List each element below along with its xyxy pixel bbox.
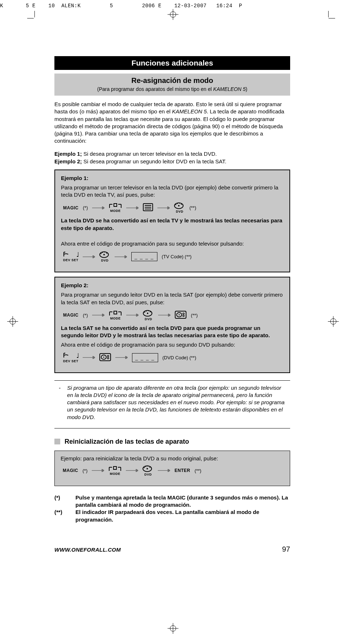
subsection-para: (Para programar dos aparatos del mismo t…	[59, 86, 285, 92]
svg-point-43	[147, 313, 148, 314]
svg-point-27	[181, 204, 182, 205]
reinit-text: Ejemplo: para reinicializar la tecla DVD…	[61, 455, 284, 461]
svg-point-35	[106, 253, 107, 254]
arrow-icon	[115, 356, 128, 359]
svg-marker-13	[102, 206, 104, 209]
svg-point-59	[103, 356, 104, 357]
example-result: La tecla SAT se ha convertido así en tec…	[61, 325, 284, 339]
reinit-box: Ejemplo: para reinicializar la tecla DVD…	[54, 451, 290, 486]
svg-point-32	[101, 253, 102, 254]
svg-marker-37	[125, 255, 127, 258]
mode-label: MODE	[110, 472, 120, 476]
devset-label: DEV SET	[63, 258, 78, 262]
dvd-label: DVD	[101, 259, 109, 262]
example-text: Ahora entre el código de programación pa…	[61, 341, 284, 348]
text: (Para programar dos aparatos del mismo t…	[97, 86, 213, 92]
arrow-icon	[126, 206, 139, 209]
svg-point-31	[103, 254, 105, 255]
svg-point-53	[183, 313, 184, 314]
arrow-icon	[158, 314, 170, 317]
example-result: La tecla DVD se ha convertido así en tec…	[61, 217, 284, 232]
code-hint: (TV Code) (**)	[162, 254, 191, 259]
svg-point-52	[179, 314, 180, 315]
note-text: Si programa un tipo de aparato diferente…	[67, 384, 286, 421]
key-sequence: DEV SET DVD _ _ _ _ (TV Code) (**)	[63, 251, 284, 262]
square-bullet-icon	[54, 439, 60, 444]
svg-point-44	[144, 311, 145, 313]
example-text: Para programar un tercer televisor en la…	[61, 184, 284, 199]
magic-label: MAGIC	[63, 313, 79, 318]
example-title: Ejemplo 1:	[61, 175, 88, 181]
registration-mark-icon	[7, 316, 18, 328]
dvd-label: DVD	[176, 210, 184, 213]
svg-marker-75	[168, 469, 170, 472]
dvd-icon: DVD	[143, 310, 154, 321]
key-sequence: MAGIC (*) MODE DVD ENTER (**)	[63, 465, 284, 476]
note-block: - Si programa un tipo de aparato diferen…	[54, 384, 290, 421]
code-hint: (DVD Code) (**)	[162, 355, 196, 360]
key-sequence: DEV SET _ _ _ _ (DVD Code) (**)	[63, 352, 284, 363]
svg-point-61	[107, 357, 109, 359]
footnote-symbol: (**)	[54, 509, 69, 523]
arrow-icon	[126, 314, 139, 317]
footnote-marker: (**)	[194, 468, 201, 473]
mode-label: MODE	[110, 317, 121, 320]
separator	[54, 380, 290, 381]
body-paragraph: Es posible cambiar el modo de cualquier …	[54, 101, 290, 145]
svg-point-47	[150, 311, 151, 312]
code-entry-box: _ _ _ _	[131, 252, 157, 261]
arrow-icon	[92, 206, 104, 209]
text-bold: Ejemplo 1;	[54, 151, 82, 157]
arrow-icon	[83, 356, 95, 359]
sat-icon	[99, 353, 111, 362]
footnotes: (*) Pulse y mantenga apretada la tecla M…	[54, 494, 290, 523]
arrow-icon	[83, 255, 95, 258]
text-italic: KAMELEON 5	[172, 108, 207, 114]
bullet-dash: -	[59, 384, 61, 421]
svg-point-69	[147, 468, 148, 469]
footer-url: WWW.ONEFORALL.COM	[54, 547, 121, 553]
subsection-banner: Re-asignación de modo (Para programar do…	[54, 74, 290, 96]
code-entry-box: _ _ _ _	[132, 353, 158, 362]
footnote-marker: (*)	[83, 468, 88, 473]
example-text: Para programar un segundo leitor DVD en …	[61, 291, 284, 306]
section-title: Reinicialización de las teclas de aparat…	[65, 438, 189, 446]
example-title: Ejemplo 2:	[61, 282, 88, 288]
svg-marker-29	[93, 255, 95, 258]
page-number: 97	[282, 545, 290, 553]
key-sequence: MAGIC (*) MODE DVD (**)	[63, 202, 284, 213]
footnote-marker: (*)	[83, 205, 88, 210]
section-banner: Funciones adicionales	[54, 56, 290, 70]
mode-icon: MODE	[109, 203, 122, 213]
svg-marker-39	[102, 314, 104, 317]
registration-mark-icon	[168, 623, 178, 635]
svg-point-54	[183, 315, 184, 317]
footnote-text: Pulse y mantenga apretada la tecla MAGIC…	[75, 494, 290, 509]
svg-point-26	[179, 203, 180, 204]
mode-icon: MODE	[108, 466, 121, 476]
menu-icon	[143, 203, 153, 212]
text: )	[246, 86, 247, 92]
svg-point-71	[145, 466, 147, 467]
arrow-icon	[92, 469, 104, 472]
registration-mark-icon	[328, 316, 339, 328]
svg-marker-56	[93, 356, 95, 359]
devset-icon: DEV SET	[63, 352, 78, 363]
svg-point-70	[144, 467, 145, 468]
sat-icon	[175, 311, 186, 320]
key-sequence: MAGIC (*) MODE DVD (**)	[63, 310, 284, 321]
print-header-meta: K 5 E 10 ALEN:K 5 2006 E 12-03-2007 16:2…	[0, 3, 346, 9]
page-footer: WWW.ONEFORALL.COM 97	[54, 545, 290, 553]
arrow-icon	[157, 206, 170, 209]
svg-point-25	[177, 203, 178, 204]
separator	[54, 428, 290, 428]
svg-point-34	[104, 252, 106, 253]
subsection-title: Re-asignación de modo	[59, 76, 285, 85]
svg-marker-67	[136, 469, 138, 472]
example-text: Ahora entre el código de programación pa…	[61, 240, 284, 247]
svg-point-23	[178, 205, 180, 206]
text-italic: KAMELEON 5	[213, 86, 246, 92]
dvd-icon: DVD	[99, 251, 110, 262]
magic-label: MAGIC	[63, 468, 78, 473]
footnote-symbol: (*)	[54, 494, 69, 509]
